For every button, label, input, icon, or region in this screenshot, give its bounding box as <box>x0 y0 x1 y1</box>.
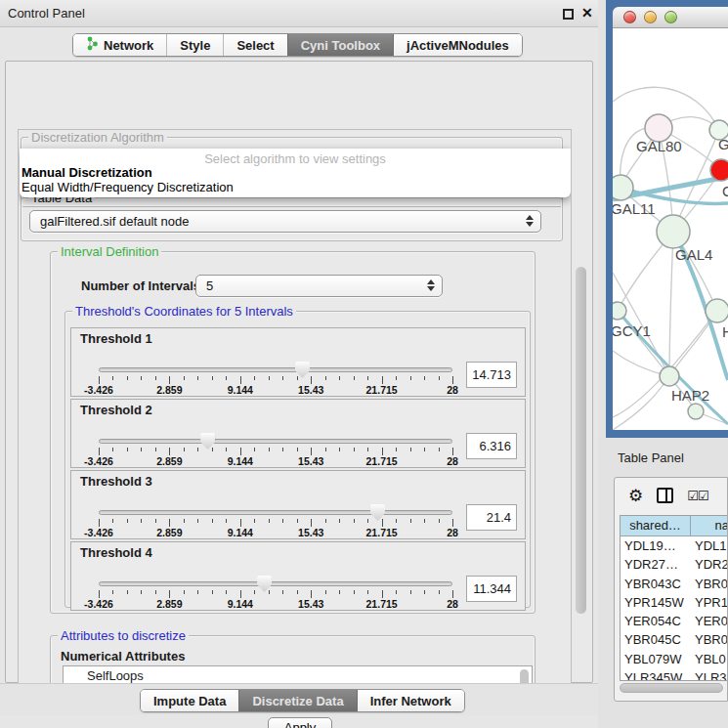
table-cell[interactable]: YBR045C <box>621 630 691 649</box>
columns-icon[interactable] <box>657 488 673 503</box>
number-of-intervals-combobox[interactable]: 5 <box>195 275 443 297</box>
threshold-label: Threshold 4 <box>80 545 152 560</box>
threshold-slider[interactable]: -3.4262.8599.14415.4321.71528 <box>99 581 452 609</box>
network-node[interactable] <box>660 366 679 386</box>
algorithm-dropdown-popup: Select algorithm to view settings Manual… <box>20 149 571 197</box>
threshold-panel: Threshold 2-3.4262.8599.14415.4321.71528… <box>70 399 526 468</box>
table-cell[interactable]: YDR2 <box>691 555 728 574</box>
tick-label: 9.144 <box>228 527 253 538</box>
top-tab-bar: NetworkStyleSelectCyni ToolboxjActiveMNo… <box>72 33 523 57</box>
table-row[interactable]: YDR27…YDR2 <box>621 555 728 574</box>
threshold-label: Threshold 1 <box>80 331 152 346</box>
network-view-window: GAL80G.GAL11GAL4GCY1HHAP2C <box>606 0 728 438</box>
network-node[interactable] <box>710 159 728 181</box>
settings-vertical-scrollbar[interactable] <box>576 267 586 614</box>
table-data-value: galFiltered.sif default node <box>40 214 189 229</box>
threshold-value-field[interactable]: 6.316 <box>466 433 517 459</box>
minimize-traffic-light-icon[interactable] <box>644 11 657 23</box>
table-cell[interactable]: YBL0 <box>691 650 728 668</box>
table-toolbar: ⚙ ☑☑ <box>615 478 727 513</box>
table-row[interactable]: YBL079WYBL0 <box>621 650 728 668</box>
tab-impute-data[interactable]: Impute Data <box>141 690 238 711</box>
tab-select[interactable]: Select <box>223 34 286 56</box>
table-cell[interactable]: YBR0 <box>691 630 728 649</box>
tab-label: Infer Network <box>370 694 451 708</box>
thresholds-group-title: Threshold's Coordinates for 5 Intervals <box>72 304 296 319</box>
table-cell[interactable]: YER0 <box>691 612 728 630</box>
network-canvas[interactable]: GAL80G.GAL11GAL4GCY1HHAP2C <box>613 28 728 430</box>
bottom-tab-strip: Impute DataDiscretize DataInfer Network <box>0 683 598 715</box>
float-window-icon[interactable] <box>563 9 574 20</box>
tab-label: Impute Data <box>153 694 226 708</box>
slider-tick-labels: -3.4262.8599.14415.4321.71528 <box>99 384 452 396</box>
threshold-value-field[interactable]: 21.4 <box>466 504 517 531</box>
tab-jactivemnodules[interactable]: jActiveMNodules <box>393 34 522 56</box>
column-header-shared-name[interactable]: shared… <box>621 516 691 535</box>
network-node[interactable] <box>657 215 690 248</box>
slider-track <box>99 581 452 586</box>
algorithm-option[interactable]: Manual Discretization <box>20 165 571 180</box>
tick-label: -3.426 <box>84 455 113 467</box>
network-titlebar <box>613 7 728 28</box>
table-cell[interactable]: YBL079W <box>621 650 691 668</box>
network-node-label: G. <box>718 136 728 152</box>
tab-label: Style <box>180 38 210 53</box>
interval-definition-title: Interval Definition <box>58 244 161 259</box>
gear-icon[interactable]: ⚙ <box>628 486 643 506</box>
table-horizontal-scrollbar[interactable] <box>620 683 723 693</box>
network-node[interactable] <box>613 302 626 320</box>
table-cell[interactable]: YER054C <box>621 612 691 630</box>
table-row[interactable]: YBR045CYBR0 <box>621 630 728 649</box>
table-cell[interactable]: YBR043C <box>621 575 691 593</box>
table-cell[interactable]: YPR1 <box>691 593 728 612</box>
table-data-combobox[interactable]: galFiltered.sif default node <box>29 210 541 233</box>
thresholds-group: Threshold's Coordinates for 5 Intervals … <box>64 311 531 608</box>
network-node[interactable] <box>613 175 633 200</box>
checkboxes-icon[interactable]: ☑☑ <box>687 489 707 503</box>
table-row[interactable]: YBR043CYBR0 <box>621 575 728 593</box>
threshold-value-field[interactable]: 14.713 <box>466 362 517 388</box>
tab-network[interactable]: Network <box>73 34 166 56</box>
table-row[interactable]: YPR145WYPR1 <box>621 593 728 612</box>
algorithm-option[interactable]: Equal Width/Frequency Discretization <box>20 180 571 194</box>
network-node-label: HAP2 <box>671 387 709 404</box>
table-cell[interactable]: YBR0 <box>691 575 728 593</box>
tab-label: Select <box>236 38 274 53</box>
tick-label: -3.426 <box>84 598 113 610</box>
table-row[interactable]: YER054CYER0 <box>621 612 728 630</box>
table-row[interactable]: YDL19…YDL1 <box>621 536 728 555</box>
zoom-traffic-light-icon[interactable] <box>664 11 677 23</box>
tab-cyni-toolbox[interactable]: Cyni Toolbox <box>287 34 393 56</box>
network-icon <box>86 36 99 54</box>
network-node-label: GAL11 <box>613 200 656 217</box>
tick-label: 15.43 <box>298 384 323 396</box>
tab-label: Cyni Toolbox <box>301 38 380 53</box>
close-traffic-light-icon[interactable] <box>623 11 636 23</box>
network-node[interactable] <box>706 299 728 322</box>
apply-button[interactable]: Apply <box>268 717 332 728</box>
table-cell[interactable]: YDL1 <box>691 536 728 555</box>
table-row[interactable]: YLR345WYLR3 <box>621 668 728 681</box>
threshold-slider[interactable]: -3.4262.8599.14415.4321.71528 <box>99 510 452 537</box>
close-icon[interactable]: ✕ <box>581 5 593 21</box>
table-cell[interactable]: YLR3 <box>691 668 728 681</box>
tick-label: 28 <box>447 384 458 396</box>
tab-discretize-data[interactable]: Discretize Data <box>238 690 356 711</box>
tab-style[interactable]: Style <box>166 34 223 56</box>
threshold-slider[interactable]: -3.4262.8599.14415.4321.71528 <box>99 439 452 466</box>
table-cell[interactable]: YPR145W <box>621 593 691 612</box>
table-cell[interactable]: YDR27… <box>621 555 691 574</box>
threshold-slider[interactable]: -3.4262.8599.14415.4321.71528 <box>99 367 452 395</box>
table-cell[interactable]: YDL19… <box>621 536 691 555</box>
slider-track <box>99 510 452 515</box>
table-cell[interactable]: YLR345W <box>621 668 691 681</box>
tab-infer-network[interactable]: Infer Network <box>357 690 464 711</box>
threshold-label: Threshold 3 <box>80 474 152 489</box>
threshold-value-field[interactable]: 11.344 <box>466 576 517 602</box>
threshold-panel: Threshold 1-3.4262.8599.14415.4321.71528… <box>70 327 526 397</box>
slider-tick-labels: -3.4262.8599.14415.4321.71528 <box>99 455 452 467</box>
network-node[interactable] <box>688 404 704 419</box>
column-header-name[interactable]: na <box>691 516 728 535</box>
stepper-arrows-icon <box>427 279 435 291</box>
slider-tick-labels: -3.4262.8599.14415.4321.71528 <box>99 527 452 538</box>
